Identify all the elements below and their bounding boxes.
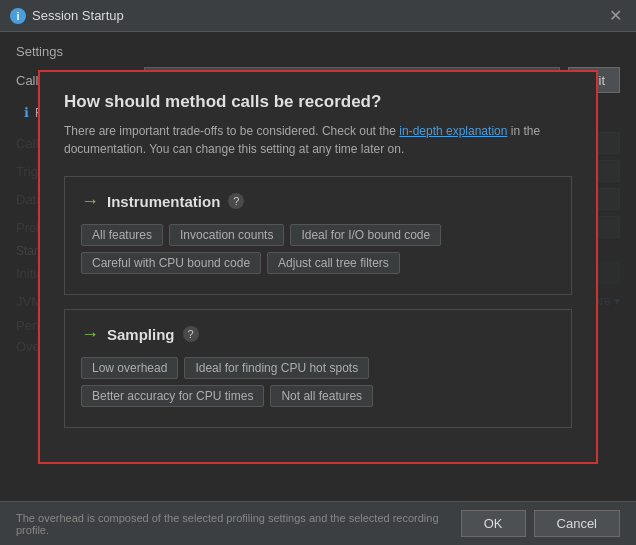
footer-text: The overhead is composed of the selected… [16,512,461,536]
method-recording-popup: How should method calls be recorded? The… [38,70,598,464]
sampling-title: Sampling [107,326,175,343]
tag-low-overhead: Low overhead [81,357,178,379]
close-button[interactable]: ✕ [605,8,626,24]
instrumentation-tags-row2: Careful with CPU bound code Adjust call … [81,252,555,274]
ok-button[interactable]: OK [461,510,526,537]
cancel-button[interactable]: Cancel [534,510,620,537]
app-icon: i [10,8,26,24]
tag-ideal-io: Ideal for I/O bound code [290,224,441,246]
instrumentation-arrow: → [81,191,99,212]
tag-adjust-filters: Adjust call tree filters [267,252,400,274]
tag-not-all-features: Not all features [270,385,373,407]
popup-overlay: How should method calls be recorded? The… [0,32,636,501]
tag-better-accuracy: Better accuracy for CPU times [81,385,264,407]
sampling-header: → Sampling ? [81,324,555,345]
sampling-tags-row1: Low overhead Ideal for finding CPU hot s… [81,357,555,379]
instrumentation-help-icon[interactable]: ? [228,193,244,209]
sampling-tags-row2: Better accuracy for CPU times Not all fe… [81,385,555,407]
popup-title: How should method calls be recorded? [64,92,572,112]
instrumentation-title: Instrumentation [107,193,220,210]
popup-description: There are important trade-offs to be con… [64,122,572,158]
titlebar-title: Session Startup [32,8,124,23]
in-depth-link[interactable]: in-depth explanation [399,124,507,138]
footer-buttons: OK Cancel [461,510,620,537]
tag-careful-cpu: Careful with CPU bound code [81,252,261,274]
tag-invocation-counts: Invocation counts [169,224,284,246]
titlebar-left: i Session Startup [10,8,124,24]
tag-all-features: All features [81,224,163,246]
footer: The overhead is composed of the selected… [0,501,636,545]
tag-ideal-cpu-hotspots: Ideal for finding CPU hot spots [184,357,369,379]
instrumentation-tags-row1: All features Invocation counts Ideal for… [81,224,555,246]
titlebar: i Session Startup ✕ [0,0,636,32]
sampling-help-icon[interactable]: ? [183,326,199,342]
sampling-section: → Sampling ? Low overhead Ideal for find… [64,309,572,428]
sampling-arrow: → [81,324,99,345]
instrumentation-section: → Instrumentation ? All features Invocat… [64,176,572,295]
instrumentation-header: → Instrumentation ? [81,191,555,212]
